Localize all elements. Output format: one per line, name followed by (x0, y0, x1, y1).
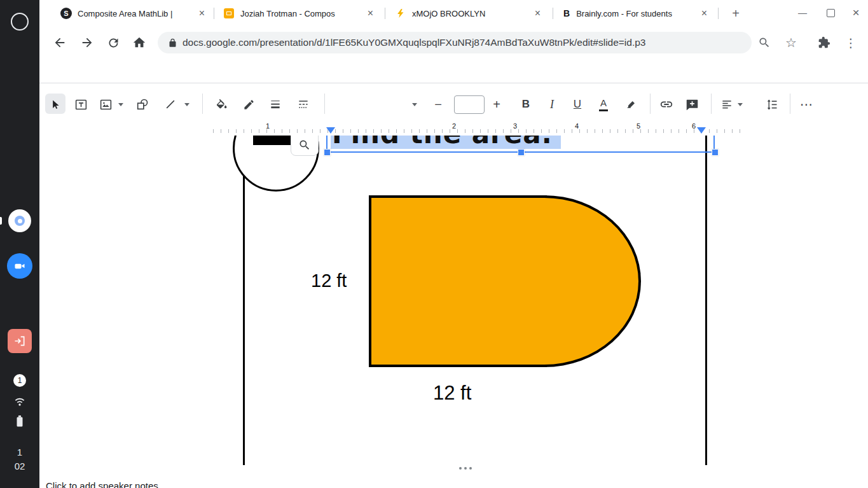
shelf-clock[interactable]: 1 02 (0, 445, 39, 473)
window-maximize-button[interactable] (822, 4, 839, 22)
selection-handle-left[interactable] (324, 149, 331, 156)
tab-xmojo[interactable]: xMOjO BROOKLYN × (389, 0, 547, 27)
shelf-app-zoom[interactable] (7, 253, 32, 279)
font-dropdown-caret[interactable] (412, 103, 417, 106)
tab-brainly[interactable]: B Brainly.com - For students × (557, 0, 713, 27)
slide-frame-right-line[interactable] (705, 136, 707, 465)
height-dimension-label: 12 ft (311, 270, 347, 291)
slide-frame-left-line[interactable] (243, 157, 245, 465)
shelf-app-browser[interactable] (8, 209, 31, 232)
highlight-color-button[interactable] (623, 96, 640, 113)
rectangle-shape[interactable] (369, 195, 547, 367)
ruler-indent-marker-right[interactable] (697, 127, 706, 134)
speaker-notes-placeholder[interactable]: Click to add speaker notes (46, 480, 158, 488)
battery-icon[interactable] (16, 415, 24, 428)
tab-separator (385, 8, 385, 19)
ruler-number: 3 (513, 122, 517, 130)
tab-strip: S Composite Area MathLib | × Joziah Trot… (39, 0, 868, 27)
tab-close-icon[interactable]: × (701, 8, 707, 19)
reload-button[interactable] (102, 31, 125, 54)
ruler-number: 5 (637, 122, 640, 130)
exit-arrow-icon (13, 335, 26, 347)
tab-close-icon[interactable]: × (535, 8, 541, 19)
tab-close-icon[interactable]: × (368, 8, 373, 19)
zoom-search-icon[interactable] (753, 31, 776, 54)
video-camera-icon (13, 260, 26, 272)
slides-toolbar: − + B I U A (39, 83, 868, 121)
back-button[interactable] (48, 31, 71, 54)
toolbar-separator (202, 94, 203, 114)
wifi-icon[interactable] (13, 396, 26, 407)
line-dropdown-caret[interactable] (184, 103, 189, 106)
handle-dot (464, 467, 467, 470)
screen: { "shelf": { "notification_count": "1", … (0, 0, 868, 488)
selection-handle-middle[interactable] (518, 149, 525, 156)
selection-handle-right[interactable] (712, 149, 719, 156)
border-dash-button[interactable] (295, 96, 312, 113)
insert-line-button[interactable] (162, 96, 179, 113)
fill-color-button[interactable] (213, 96, 230, 113)
notification-count: 1 (18, 376, 22, 385)
ruler-number: 4 (575, 122, 579, 130)
notes-resize-handle[interactable] (459, 467, 472, 470)
tab-separator (214, 8, 214, 19)
notification-badge[interactable]: 1 (13, 374, 26, 387)
border-color-button[interactable] (240, 96, 257, 113)
shelf-app-signout[interactable] (8, 329, 32, 353)
tab-separator (718, 8, 719, 19)
align-dropdown-caret[interactable] (738, 103, 743, 106)
insert-link-button[interactable] (658, 96, 675, 113)
browser-menu-icon[interactable]: ⋮ (839, 31, 862, 54)
launcher-icon (11, 13, 29, 31)
url-text: docs.google.com/presentation/d/1lFE65KuY… (183, 37, 646, 48)
black-bar-shape[interactable] (253, 136, 294, 145)
font-size-input[interactable] (454, 95, 485, 114)
increase-font-size-button[interactable]: + (488, 96, 505, 113)
zoom-button[interactable] (291, 136, 319, 156)
select-tool-button[interactable] (47, 96, 64, 113)
italic-button[interactable]: I (544, 96, 560, 113)
semicircle-shape[interactable] (544, 195, 641, 367)
insert-shape-button[interactable] (134, 96, 151, 113)
align-button[interactable] (719, 96, 735, 113)
maximize-icon (827, 9, 835, 17)
text-color-swatch (599, 109, 608, 112)
text-color-button[interactable]: A (595, 96, 612, 113)
tab-title: xMOjO BROOKLYN (412, 9, 485, 18)
forward-button[interactable] (76, 31, 99, 54)
bold-button[interactable]: B (518, 96, 534, 113)
image-dropdown-caret[interactable] (118, 103, 123, 106)
window-minimize-button[interactable]: — (794, 4, 811, 22)
tab-separator (553, 8, 553, 19)
tab-close-icon[interactable]: × (199, 8, 205, 19)
ruler-indent-marker-left[interactable] (326, 127, 335, 134)
tab-title: Joziah Trotman - Compos (240, 9, 335, 18)
window-close-button[interactable]: × (847, 4, 865, 22)
add-comment-button[interactable] (684, 96, 700, 113)
slide-canvas[interactable]: Find the area. 12 ft 12 ft (39, 136, 868, 466)
more-options-button[interactable]: ⋯ (798, 96, 815, 113)
underline-button[interactable]: U (569, 96, 586, 113)
slide-title-textbox[interactable]: Find the area. (331, 136, 561, 149)
extensions-puzzle-icon[interactable] (813, 31, 836, 54)
toolbar-separator (790, 94, 790, 114)
new-tab-button[interactable]: + (727, 5, 744, 22)
home-button[interactable] (128, 31, 151, 54)
google-slides-favicon (224, 8, 234, 18)
address-bar[interactable]: docs.google.com/presentation/d/1lFE65KuY… (158, 32, 752, 53)
tab-composite-area[interactable]: S Composite Area MathLib | × (54, 0, 211, 27)
border-weight-button[interactable] (267, 96, 284, 113)
ruler-number: 6 (692, 122, 696, 130)
handle-dot (469, 467, 472, 470)
text-box-tool-button[interactable] (72, 96, 89, 113)
lock-icon (168, 38, 177, 48)
tab-slides-active[interactable]: Joziah Trotman - Compos × (217, 0, 380, 27)
clock-hour: 1 (0, 445, 39, 459)
line-spacing-button[interactable] (764, 96, 780, 113)
bookmark-star-icon[interactable]: ☆ (780, 31, 803, 54)
launcher-button[interactable] (11, 13, 29, 31)
slide-title-text: Find the area. (331, 136, 561, 149)
decrease-font-size-button[interactable]: − (430, 96, 446, 113)
insert-image-button[interactable] (97, 96, 114, 113)
clock-minute: 02 (0, 459, 39, 473)
